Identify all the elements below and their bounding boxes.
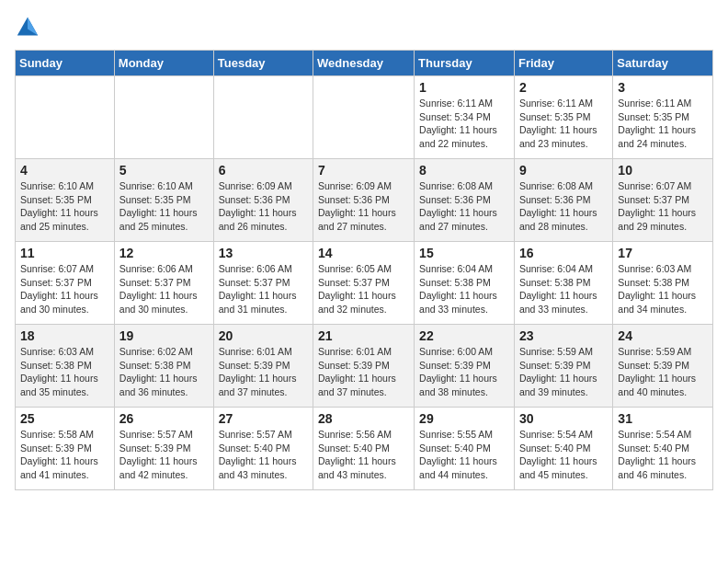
- daylight: Daylight: 11 hours and 27 minutes.: [419, 206, 509, 233]
- sunset: Sunset: 5:38 PM: [419, 276, 509, 290]
- cell-content: Sunrise: 6:02 AMSunset: 5:38 PMDaylight:…: [119, 345, 209, 399]
- day-number: 2: [519, 80, 608, 95]
- calendar-cell: 23Sunrise: 5:59 AMSunset: 5:39 PMDayligh…: [514, 325, 612, 408]
- sunset: Sunset: 5:36 PM: [419, 193, 509, 207]
- sunset: Sunset: 5:37 PM: [119, 276, 209, 290]
- daylight: Daylight: 11 hours and 33 minutes.: [419, 289, 509, 316]
- header-cell: Tuesday: [213, 51, 313, 76]
- sunset: Sunset: 5:38 PM: [20, 359, 109, 373]
- calendar-cell: 28Sunrise: 5:56 AMSunset: 5:40 PMDayligh…: [313, 408, 415, 490]
- header-cell: Monday: [114, 51, 213, 76]
- calendar-cell: 11Sunrise: 6:07 AMSunset: 5:37 PMDayligh…: [16, 242, 115, 325]
- day-number: 25: [20, 411, 109, 426]
- calendar-cell: [16, 76, 115, 159]
- sunrise: Sunrise: 6:09 AM: [219, 179, 308, 193]
- sunrise: Sunrise: 6:08 AM: [419, 179, 509, 193]
- calendar-cell: 6Sunrise: 6:09 AMSunset: 5:36 PMDaylight…: [213, 159, 313, 242]
- day-number: 24: [618, 328, 708, 343]
- calendar-cell: 13Sunrise: 6:06 AMSunset: 5:37 PMDayligh…: [213, 242, 313, 325]
- sunrise: Sunrise: 5:59 AM: [519, 345, 608, 359]
- calendar-cell: 17Sunrise: 6:03 AMSunset: 5:38 PMDayligh…: [613, 242, 713, 325]
- calendar-cell: 21Sunrise: 6:01 AMSunset: 5:39 PMDayligh…: [313, 325, 415, 408]
- daylight: Daylight: 11 hours and 40 minutes.: [618, 372, 708, 398]
- day-number: 22: [419, 328, 509, 343]
- page-header: [15, 15, 713, 40]
- sunset: Sunset: 5:37 PM: [20, 276, 109, 290]
- calendar-cell: [213, 76, 313, 159]
- calendar-cell: 16Sunrise: 6:04 AMSunset: 5:38 PMDayligh…: [514, 242, 612, 325]
- calendar-cell: 4Sunrise: 6:10 AMSunset: 5:35 PMDaylight…: [16, 159, 115, 242]
- calendar-cell: 29Sunrise: 5:55 AMSunset: 5:40 PMDayligh…: [415, 408, 515, 490]
- daylight: Daylight: 11 hours and 25 minutes.: [119, 206, 209, 233]
- sunrise: Sunrise: 5:54 AM: [519, 428, 608, 442]
- sunset: Sunset: 5:35 PM: [618, 110, 708, 124]
- sunrise: Sunrise: 5:57 AM: [119, 428, 209, 442]
- sunrise: Sunrise: 6:06 AM: [119, 262, 209, 276]
- calendar-cell: 1Sunrise: 6:11 AMSunset: 5:34 PMDaylight…: [415, 76, 515, 159]
- daylight: Daylight: 11 hours and 31 minutes.: [219, 289, 308, 316]
- sunset: Sunset: 5:39 PM: [618, 359, 708, 373]
- sunset: Sunset: 5:35 PM: [519, 110, 608, 124]
- daylight: Daylight: 11 hours and 44 minutes.: [419, 454, 509, 481]
- cell-content: Sunrise: 5:55 AMSunset: 5:40 PMDaylight:…: [419, 428, 509, 482]
- calendar-cell: 5Sunrise: 6:10 AMSunset: 5:35 PMDaylight…: [114, 159, 213, 242]
- daylight: Daylight: 11 hours and 24 minutes.: [618, 123, 708, 150]
- day-number: 17: [618, 246, 708, 260]
- cell-content: Sunrise: 6:09 AMSunset: 5:36 PMDaylight:…: [219, 179, 308, 234]
- sunset: Sunset: 5:40 PM: [419, 442, 509, 455]
- calendar-cell: 8Sunrise: 6:08 AMSunset: 5:36 PMDaylight…: [415, 159, 515, 242]
- cell-content: Sunrise: 6:10 AMSunset: 5:35 PMDaylight:…: [119, 179, 209, 234]
- daylight: Daylight: 11 hours and 41 minutes.: [20, 454, 109, 481]
- cell-content: Sunrise: 6:08 AMSunset: 5:36 PMDaylight:…: [419, 179, 509, 234]
- calendar-week: 4Sunrise: 6:10 AMSunset: 5:35 PMDaylight…: [16, 159, 713, 242]
- calendar-cell: 7Sunrise: 6:09 AMSunset: 5:36 PMDaylight…: [313, 159, 415, 242]
- calendar-cell: 9Sunrise: 6:08 AMSunset: 5:36 PMDaylight…: [514, 159, 612, 242]
- header-cell: Sunday: [16, 51, 115, 76]
- cell-content: Sunrise: 5:57 AMSunset: 5:39 PMDaylight:…: [119, 428, 209, 482]
- cell-content: Sunrise: 6:04 AMSunset: 5:38 PMDaylight:…: [519, 262, 608, 316]
- calendar-cell: 30Sunrise: 5:54 AMSunset: 5:40 PMDayligh…: [514, 408, 612, 490]
- sunset: Sunset: 5:37 PM: [219, 276, 308, 290]
- sunset: Sunset: 5:36 PM: [219, 193, 308, 207]
- cell-content: Sunrise: 5:54 AMSunset: 5:40 PMDaylight:…: [618, 428, 708, 482]
- cell-content: Sunrise: 6:06 AMSunset: 5:37 PMDaylight:…: [119, 262, 209, 316]
- logo-icon: [15, 15, 40, 40]
- day-number: 7: [318, 163, 409, 178]
- sunset: Sunset: 5:39 PM: [318, 359, 409, 373]
- sunrise: Sunrise: 6:10 AM: [20, 179, 109, 193]
- sunrise: Sunrise: 6:11 AM: [519, 97, 608, 110]
- sunrise: Sunrise: 5:59 AM: [618, 345, 708, 359]
- calendar-cell: 2Sunrise: 6:11 AMSunset: 5:35 PMDaylight…: [514, 76, 612, 159]
- logo: [15, 15, 44, 40]
- day-number: 21: [318, 328, 409, 343]
- cell-content: Sunrise: 6:01 AMSunset: 5:39 PMDaylight:…: [219, 345, 308, 399]
- daylight: Daylight: 11 hours and 36 minutes.: [119, 372, 209, 398]
- sunrise: Sunrise: 6:11 AM: [618, 97, 708, 110]
- day-number: 4: [20, 163, 109, 178]
- sunrise: Sunrise: 6:02 AM: [119, 345, 209, 359]
- sunset: Sunset: 5:39 PM: [519, 359, 608, 373]
- day-number: 8: [419, 163, 509, 178]
- calendar-cell: 12Sunrise: 6:06 AMSunset: 5:37 PMDayligh…: [114, 242, 213, 325]
- day-number: 3: [618, 80, 708, 95]
- header-row: SundayMondayTuesdayWednesdayThursdayFrid…: [16, 51, 713, 76]
- cell-content: Sunrise: 6:03 AMSunset: 5:38 PMDaylight:…: [20, 345, 109, 399]
- sunset: Sunset: 5:39 PM: [219, 359, 308, 373]
- sunset: Sunset: 5:36 PM: [519, 193, 608, 207]
- day-number: 12: [119, 246, 209, 260]
- sunrise: Sunrise: 6:07 AM: [20, 262, 109, 276]
- day-number: 6: [219, 163, 308, 178]
- header-cell: Wednesday: [313, 51, 415, 76]
- calendar-cell: 10Sunrise: 6:07 AMSunset: 5:37 PMDayligh…: [613, 159, 713, 242]
- sunrise: Sunrise: 6:03 AM: [618, 262, 708, 276]
- calendar-cell: 22Sunrise: 6:00 AMSunset: 5:39 PMDayligh…: [415, 325, 515, 408]
- sunset: Sunset: 5:39 PM: [119, 442, 209, 455]
- day-number: 1: [419, 80, 509, 95]
- daylight: Daylight: 11 hours and 32 minutes.: [318, 289, 409, 316]
- header-cell: Friday: [514, 51, 612, 76]
- calendar-week: 25Sunrise: 5:58 AMSunset: 5:39 PMDayligh…: [16, 408, 713, 490]
- sunrise: Sunrise: 6:05 AM: [318, 262, 409, 276]
- calendar-cell: 15Sunrise: 6:04 AMSunset: 5:38 PMDayligh…: [415, 242, 515, 325]
- sunset: Sunset: 5:37 PM: [618, 193, 708, 207]
- cell-content: Sunrise: 5:58 AMSunset: 5:39 PMDaylight:…: [20, 428, 109, 482]
